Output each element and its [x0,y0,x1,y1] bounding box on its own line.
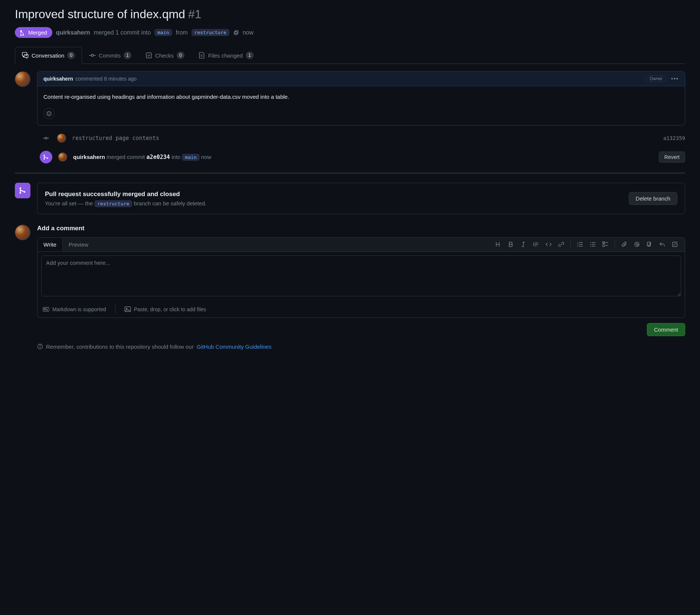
italic-icon[interactable] [518,239,529,250]
merge-success-subtext: You're all set — the restructure branch … [45,200,206,206]
merge-into-text: into [171,154,180,160]
comment-author-avatar[interactable] [15,71,30,87]
code-icon[interactable] [543,239,554,250]
heading-icon[interactable] [493,239,504,250]
merge-event-text: quirksahern merged commit a2e0234 into m… [73,154,211,160]
comment-menu-icon[interactable]: ••• [671,76,679,82]
merge-sub-branch: restructure [94,200,132,207]
merge-action: merged commit [107,154,145,160]
merge-event-time: now [201,154,212,160]
editor-write-tab[interactable]: Write [37,238,63,251]
smiley-icon [46,111,52,117]
svg-line-48 [674,243,676,245]
copy-branch-icon[interactable] [233,30,239,36]
markdown-supported-note[interactable]: Markdown is supported [43,306,106,312]
commits-icon [89,52,96,59]
add-reaction-button[interactable] [43,108,55,119]
cross-reference-icon[interactable] [644,239,655,250]
reply-icon[interactable] [657,239,668,250]
merge-target-branch[interactable]: main [182,154,199,161]
add-comment-heading: Add a comment [37,225,685,232]
merge-success-panel: Pull request successfully merged and clo… [37,183,685,214]
merge-success-icon [15,183,30,198]
svg-point-15 [43,154,45,156]
svg-point-51 [126,308,127,309]
svg-rect-1 [235,30,238,33]
merge-commit-hash[interactable]: a2e0234 [147,154,170,160]
tab-conversation[interactable]: Conversation 0 [15,47,82,64]
comment-box: quirksahern commented 8 minutes ago Owne… [37,71,685,126]
comment-author-name[interactable]: quirksahern [43,76,73,82]
from-text: from [176,29,188,36]
conversation-icon [22,52,29,59]
svg-point-9 [47,111,51,116]
section-divider [15,172,685,174]
quote-icon[interactable] [530,239,542,250]
fullscreen-icon[interactable] [669,239,680,250]
pr-title-text: Improved structure of index.qmd [15,7,185,21]
delete-branch-button[interactable]: Delete branch [629,192,677,205]
merge-user[interactable]: quirksahern [73,154,105,160]
pr-title: Improved structure of index.qmd #1 [15,7,685,21]
revert-button[interactable]: Revert [659,152,685,163]
owner-badge: Owner [645,75,667,82]
svg-point-16 [43,158,45,160]
tab-checks-label: Checks [155,52,174,59]
tab-conversation-count: 0 [67,52,75,59]
submit-comment-button[interactable]: Comment [647,323,685,336]
svg-point-18 [20,187,22,189]
merged-by-author[interactable]: quirksahern [56,29,90,36]
svg-point-34 [590,242,591,243]
svg-point-19 [20,192,22,194]
mention-icon[interactable] [631,239,642,250]
commit-message[interactable]: restructured page contents [72,135,159,141]
svg-rect-0 [234,32,237,35]
tab-checks-count: 0 [177,52,184,59]
status-label: Merged [28,29,47,36]
comment-editor: Write Preview 123 [37,237,685,318]
merge-success-title: Pull request successfully merged and clo… [45,191,206,198]
commit-author-avatar[interactable] [57,134,66,143]
commit-hash-link[interactable]: a132359 [663,135,685,141]
merge-sub-prefix: You're all set — the [45,200,93,206]
toolbar-separator [615,241,615,248]
editor-toolbar: 123 [493,239,685,250]
bold-icon[interactable] [505,239,516,250]
merge-author-avatar[interactable] [58,153,67,162]
files-note-text: Paste, drop, or click to add files [134,306,206,312]
target-branch-label[interactable]: main [154,29,172,36]
tab-checks[interactable]: Checks 0 [138,47,192,64]
editor-preview-tab[interactable]: Preview [63,238,94,251]
unordered-list-icon[interactable] [587,239,598,250]
source-branch-label[interactable]: restructure [192,29,229,36]
merge-icon [20,30,26,36]
tab-files-changed[interactable]: Files changed 1 [192,47,261,64]
svg-point-2 [91,54,94,56]
comment-textarea[interactable] [41,256,681,296]
markdown-icon [43,307,49,312]
status-merged-badge: Merged [15,27,52,38]
pr-number: #1 [188,7,202,21]
merge-time: now [243,29,253,36]
tab-commits[interactable]: Commits 1 [82,47,138,64]
footer-separator [115,305,115,314]
pr-tabs: Conversation 0 Commits 1 Checks 0 Files … [15,47,685,64]
svg-point-45 [636,244,638,245]
tab-files-changed-count: 1 [246,52,253,59]
attach-files-note[interactable]: Paste, drop, or click to add files [124,306,206,312]
svg-point-53 [40,345,40,345]
current-user-avatar[interactable] [15,225,30,240]
commit-node-icon [41,133,51,143]
task-list-icon[interactable] [600,239,611,250]
guideline-link[interactable]: GitHub Community Guidelines [197,344,272,350]
tab-conversation-label: Conversation [32,52,64,59]
comment-time: commented 8 minutes ago [75,76,137,82]
svg-point-35 [590,244,591,245]
link-icon[interactable] [556,239,567,250]
svg-rect-42 [603,245,605,247]
comment-header: quirksahern commented 8 minutes ago Owne… [37,72,685,86]
pr-meta: Merged quirksahern merged 1 commit into … [15,27,685,38]
image-icon [124,306,131,312]
ordered-list-icon[interactable]: 123 [575,239,586,250]
attach-icon[interactable] [619,239,630,250]
